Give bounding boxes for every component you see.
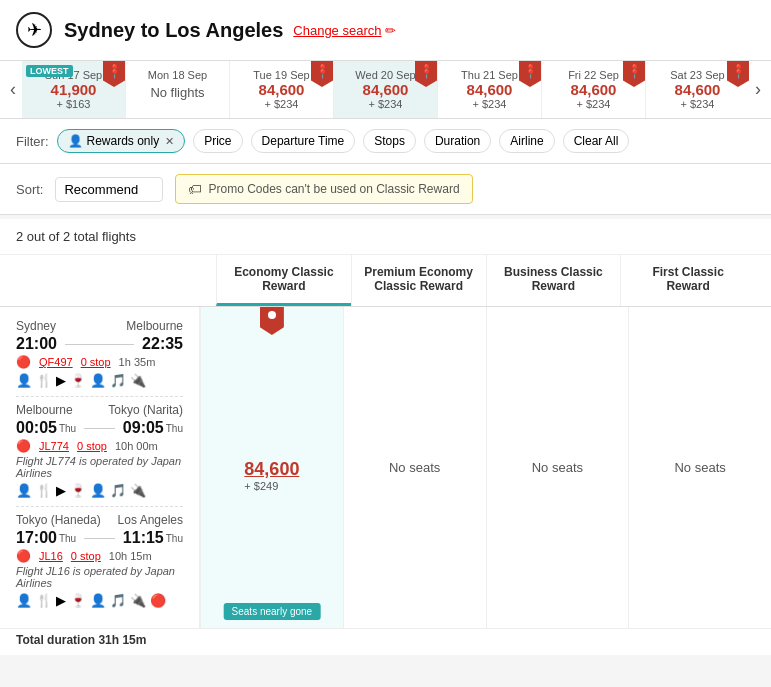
operated-by-1: Flight JL774 is operated by Japan Airlin… — [16, 455, 183, 479]
filter-chip-label-clearall: Clear All — [574, 134, 619, 148]
results-container: 2 out of 2 total flights Economy Classic… — [0, 219, 771, 655]
price-cols: 84,600 + $249 Seats nearly gone No seats… — [200, 307, 771, 628]
leg-times-1: 00:05Thu 09:05Thu — [16, 419, 183, 437]
arrive-time-1: 09:05 — [123, 419, 164, 437]
date-item-sat23[interactable]: 📍Sat 23 Sep84,600+ $234 — [646, 61, 749, 118]
amenity-icon-0-2: ▶ — [56, 373, 66, 388]
filters-bar: Filter: 👤Rewards only✕PriceDeparture Tim… — [0, 119, 771, 164]
first-col-header: First Classic Reward — [620, 255, 755, 306]
date-item-thu21[interactable]: 📍Thu 21 Sep84,600+ $234 — [438, 61, 542, 118]
date-points-tue19: + $234 — [234, 98, 329, 110]
airline-dot-0: 🔴 — [16, 355, 31, 369]
filter-chip-airline[interactable]: Airline — [499, 129, 554, 153]
business-price-col: No seats — [486, 307, 629, 628]
lowest-badge: LOWEST — [26, 65, 73, 77]
header: ✈ Sydney to Los Angeles Change search ✏ — [0, 0, 771, 61]
filter-chip-price[interactable]: Price — [193, 129, 242, 153]
amenity-icons-1: 👤🍴▶🍷👤🎵🔌 — [16, 483, 183, 498]
amenity-icon-1-5: 🎵 — [110, 483, 126, 498]
premium-price-col: No seats — [343, 307, 486, 628]
column-headers: Economy Classic Reward Premium Economy C… — [0, 255, 771, 307]
airline-dot-2: 🔴 — [16, 549, 31, 563]
date-item-fri22[interactable]: 📍Fri 22 Sep84,600+ $234 — [542, 61, 646, 118]
leg-duration-1: 10h 00m — [115, 440, 158, 452]
filter-chip-label-duration: Duration — [435, 134, 480, 148]
date-item-mon18[interactable]: Mon 18 SepNo flights — [126, 61, 230, 118]
filter-chip-stops[interactable]: Stops — [363, 129, 416, 153]
premium-no-seats: No seats — [389, 460, 440, 475]
pencil-icon: ✏ — [385, 23, 396, 38]
to-city-1: Tokyo (Narita) — [108, 403, 183, 417]
leg-detail-2: 🔴 JL16 0 stop 10h 15m — [16, 549, 183, 563]
premium-col-header: Premium Economy Classic Reward — [351, 255, 486, 306]
amenity-icon-1-0: 👤 — [16, 483, 32, 498]
date-price-fri22: 84,600 — [546, 81, 641, 98]
close-filter-rewards[interactable]: ✕ — [165, 135, 174, 148]
date-price-thu21: 84,600 — [442, 81, 537, 98]
flight-leg-1: Melbourne Tokyo (Narita) 00:05Thu 09:05T… — [16, 403, 183, 498]
filter-chip-clearall[interactable]: Clear All — [563, 129, 630, 153]
sort-bar: Sort: Recommend Price Duration Departure… — [0, 164, 771, 215]
filter-chip-departure[interactable]: Departure Time — [251, 129, 356, 153]
date-item-wed20[interactable]: 📍Wed 20 Sep84,600+ $234 — [334, 61, 438, 118]
depart-time-2: 17:00 — [16, 529, 57, 547]
date-price-wed20: 84,600 — [338, 81, 433, 98]
reward-pin — [260, 307, 284, 335]
filter-chip-duration[interactable]: Duration — [424, 129, 491, 153]
leg-line-0 — [65, 344, 134, 345]
to-city-2: Los Angeles — [118, 513, 183, 527]
leg-line-1 — [84, 428, 115, 429]
flight-link-2[interactable]: JL16 — [39, 550, 63, 562]
prev-date-button[interactable]: ‹ — [4, 71, 22, 108]
filter-chip-label-departure: Departure Time — [262, 134, 345, 148]
business-col-header: Business Classic Reward — [486, 255, 621, 306]
depart-time-0: 21:00 — [16, 335, 57, 353]
amenity-icon-0-4: 👤 — [90, 373, 106, 388]
flight-info: Sydney Melbourne 21:00 22:35 🔴 QF497 0 s… — [0, 307, 200, 628]
filter-chip-label-rewards: Rewards only — [87, 134, 160, 148]
date-price-sun17: 41,900 — [26, 81, 121, 98]
first-price-col: No seats — [628, 307, 771, 628]
stops-link-1[interactable]: 0 stop — [77, 440, 107, 452]
amenity-icon-0-0: 👤 — [16, 373, 32, 388]
stops-link-2[interactable]: 0 stop — [71, 550, 101, 562]
flight-link-0[interactable]: QF497 — [39, 356, 73, 368]
filter-chip-label-airline: Airline — [510, 134, 543, 148]
amenity-icons-2: 👤🍴▶🍷👤🎵🔌🔴 — [16, 593, 183, 608]
economy-surcharge: + $249 — [244, 480, 299, 492]
sort-select[interactable]: Recommend Price Duration Departure — [55, 177, 163, 202]
leg-duration-0: 1h 35m — [119, 356, 156, 368]
no-flight-mon18: No flights — [130, 85, 225, 100]
economy-col-header: Economy Classic Reward — [216, 255, 351, 306]
flight-link-1[interactable]: JL774 — [39, 440, 69, 452]
amenity-icon-2-2: ▶ — [56, 593, 66, 608]
amenity-icon-2-4: 👤 — [90, 593, 106, 608]
filter-chip-rewards[interactable]: 👤Rewards only✕ — [57, 129, 186, 153]
date-items: LOWEST📍Sun 17 Sep41,900+ $163Mon 18 SepN… — [22, 61, 749, 118]
economy-price[interactable]: 84,600 — [244, 459, 299, 479]
amenity-icon-1-1: 🍴 — [36, 483, 52, 498]
logo: ✈ — [16, 12, 52, 48]
leg-detail-1: 🔴 JL774 0 stop 10h 00m — [16, 439, 183, 453]
amenity-icon-2-5: 🎵 — [110, 593, 126, 608]
date-points-sun17: + $163 — [26, 98, 121, 110]
next-date-button[interactable]: › — [749, 71, 767, 108]
arrive-time-0: 22:35 — [142, 335, 183, 353]
date-item-sun17[interactable]: LOWEST📍Sun 17 Sep41,900+ $163 — [22, 61, 126, 118]
from-city-1: Melbourne — [16, 403, 73, 417]
from-city-0: Sydney — [16, 319, 56, 333]
arrive-note-2: Thu — [166, 533, 183, 544]
date-points-wed20: + $234 — [338, 98, 433, 110]
leg-times-2: 17:00Thu 11:15Thu — [16, 529, 183, 547]
date-points-sat23: + $234 — [650, 98, 745, 110]
economy-price-col: 84,600 + $249 Seats nearly gone — [200, 307, 343, 628]
leg-duration-2: 10h 15m — [109, 550, 152, 562]
leg-times-0: 21:00 22:35 — [16, 335, 183, 353]
airline-dot-1: 🔴 — [16, 439, 31, 453]
amenity-icon-0-1: 🍴 — [36, 373, 52, 388]
amenity-icon-0-5: 🎵 — [110, 373, 126, 388]
change-search-link[interactable]: Change search — [293, 23, 381, 38]
stops-link-0[interactable]: 0 stop — [81, 356, 111, 368]
leg-cities-1: Melbourne Tokyo (Narita) — [16, 403, 183, 417]
date-item-tue19[interactable]: 📍Tue 19 Sep84,600+ $234 — [230, 61, 334, 118]
